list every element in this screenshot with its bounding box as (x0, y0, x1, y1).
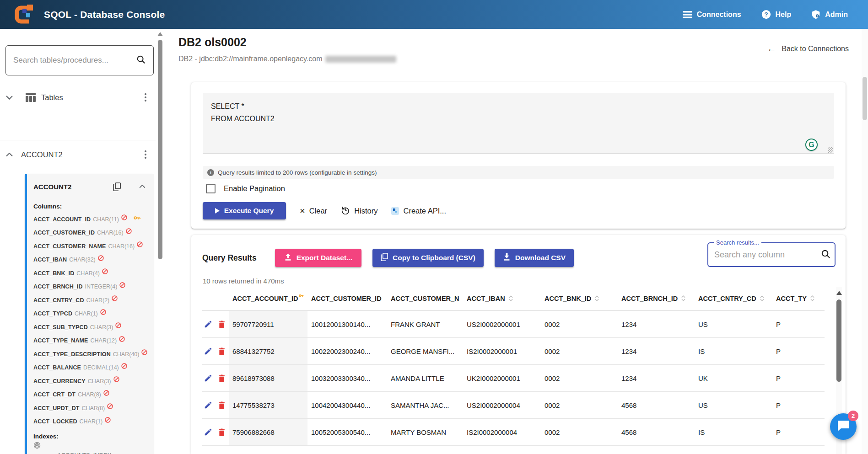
column-header[interactable]: ACCT_BNK_ID (541, 286, 618, 310)
sort-icon[interactable] (681, 295, 685, 301)
results-title: Query Results (202, 253, 257, 263)
edit-icon[interactable] (204, 374, 212, 382)
index-name: ACCOUNT2_INDEX (57, 452, 149, 454)
not-null-icon (121, 363, 127, 369)
copy-icon[interactable] (113, 182, 121, 191)
history-button[interactable]: History (341, 205, 377, 216)
execute-query-button[interactable]: Execute Query (203, 202, 286, 219)
schema-column-item: ACCT_TYPCD CHAR(1) (33, 307, 149, 321)
scroll-up-arrow[interactable] (157, 32, 163, 36)
column-header[interactable]: ACCT_BRNCH_ID (618, 286, 695, 310)
column-header[interactable]: ACCT_ACCOUNT_ID (229, 286, 307, 310)
chevron-up-icon[interactable] (0, 153, 18, 157)
scroll-up-arrow[interactable] (836, 291, 842, 295)
sql-editor[interactable]: SELECT * FROM ACCOUNT2 G (203, 93, 834, 154)
not-null-icon (141, 349, 147, 355)
nav-help[interactable]: ? Help (761, 10, 792, 19)
nav-connections-label: Connections (697, 11, 741, 19)
row-actions (202, 338, 229, 364)
back-to-connections-link[interactable]: ← Back to Connections (767, 43, 849, 54)
tree-node-tables[interactable]: Tables (0, 87, 156, 108)
nav-connections[interactable]: Connections (683, 11, 741, 19)
app-title: SQOL - Database Console (44, 9, 165, 20)
schema-column-item: ACCT_ACCOUNT_ID CHAR(11) (33, 213, 149, 226)
nav-admin[interactable]: Admin (811, 10, 848, 19)
download-csv-button[interactable]: Download CSV (495, 249, 574, 267)
delete-icon[interactable] (218, 401, 225, 409)
results-header: Query Results Export Dataset... Copy to … (202, 249, 574, 267)
help-icon: ? (761, 10, 771, 19)
search-icon[interactable] (136, 54, 146, 66)
column-header[interactable]: ACCT_IBAN (463, 286, 541, 310)
table-cell: 10022002300240... (307, 338, 387, 364)
chat-fab-button[interactable]: 2 (830, 413, 857, 440)
clear-button[interactable]: × Clear (300, 206, 327, 215)
edit-icon[interactable] (204, 347, 212, 355)
delete-icon[interactable] (218, 347, 225, 355)
delete-icon[interactable] (218, 428, 225, 436)
navbar-links: Connections ? Help (683, 10, 848, 19)
table-cell: 0002 (541, 338, 618, 364)
kebab-menu-icon[interactable] (142, 148, 149, 161)
table-body: 5970772091110012001300140...FRANK GRANTU… (202, 311, 825, 446)
results-summary: 10 rows returned in 470ms (203, 277, 284, 285)
scrollbar-thumb[interactable] (158, 40, 162, 259)
kebab-menu-icon[interactable] (142, 91, 149, 104)
edit-icon[interactable] (204, 428, 212, 436)
create-api-button[interactable]: Create API... (391, 207, 446, 215)
sort-icon[interactable] (810, 295, 814, 301)
not-null-icon (121, 214, 127, 220)
enable-pagination-checkbox[interactable] (206, 184, 216, 193)
delete-icon[interactable] (218, 374, 225, 382)
column-name: ACCT_BALANCE (33, 364, 81, 371)
export-dataset-button[interactable]: Export Dataset... (275, 249, 361, 267)
scrollbar-thumb[interactable] (863, 77, 867, 120)
column-header[interactable]: ACCT_CUSTOMER_ID (307, 286, 387, 310)
chevron-up-icon[interactable] (139, 185, 146, 188)
copy-to-clipboard-button[interactable]: Copy to Clipboard (CSV) (372, 249, 484, 267)
grammarly-icon[interactable]: G (805, 139, 818, 151)
table-cell: US (695, 311, 772, 337)
chevron-down-icon[interactable] (0, 96, 18, 100)
edit-icon[interactable] (204, 401, 212, 409)
column-type: CHAR(2) (86, 297, 110, 304)
results-search-field: Search results... (707, 242, 836, 267)
schema-column-item: ACCT_BNK_ID CHAR(4) (33, 267, 149, 280)
column-header[interactable]: ACCT_TYPCD (772, 286, 818, 310)
column-name: ACCT_TYPCD (33, 310, 72, 317)
column-name: ACCT_CNTRY_CD (33, 297, 84, 304)
download-label: Download CSV (515, 254, 566, 262)
notification-badge: 2 (848, 411, 858, 421)
column-name: ACCT_IBAN (33, 256, 67, 263)
schema-column-item: ACCT_CUSTOMER_ID CHAR(16) (33, 226, 149, 240)
sort-icon[interactable] (760, 295, 764, 301)
row-actions (202, 311, 229, 337)
table-cell: 0002 (541, 311, 618, 337)
results-search-input[interactable] (714, 250, 820, 260)
column-header[interactable]: ACCT_CUSTOMER_NAME (387, 286, 463, 310)
table-cell: UK (695, 365, 772, 391)
column-header[interactable]: ACCT_CNTRY_CD (695, 286, 772, 310)
scrollbar-thumb[interactable] (836, 299, 841, 382)
sidebar-search-input[interactable] (13, 56, 136, 65)
column-type: CHAR(3) (90, 324, 113, 331)
sort-icon[interactable] (509, 295, 513, 301)
table-cell: IS (695, 419, 772, 445)
fingerprint-icon (33, 442, 149, 451)
info-icon: i (207, 169, 214, 176)
delete-icon[interactable] (218, 320, 225, 328)
table-cell: 0002 (541, 419, 618, 445)
column-header-label: ACCT_BRNCH_ID (621, 295, 678, 302)
schema-column-item: ACCT_SUB_TYPCD CHAR(3) (33, 320, 149, 334)
tree-node-account2[interactable]: ACCOUNT2 (0, 144, 156, 165)
edit-icon[interactable] (204, 320, 212, 328)
results-card: Query Results Export Dataset... Copy to … (191, 235, 846, 454)
column-header-label: ACCT_ACCOUNT_ID (232, 295, 298, 302)
back-label: Back to Connections (782, 45, 849, 53)
table-cell: P (772, 311, 818, 337)
search-icon[interactable] (820, 249, 831, 261)
row-actions (202, 392, 229, 418)
table-cell: 68841327752 (229, 338, 307, 364)
sort-icon[interactable] (595, 295, 599, 301)
column-type: CHAR(11) (93, 216, 119, 223)
